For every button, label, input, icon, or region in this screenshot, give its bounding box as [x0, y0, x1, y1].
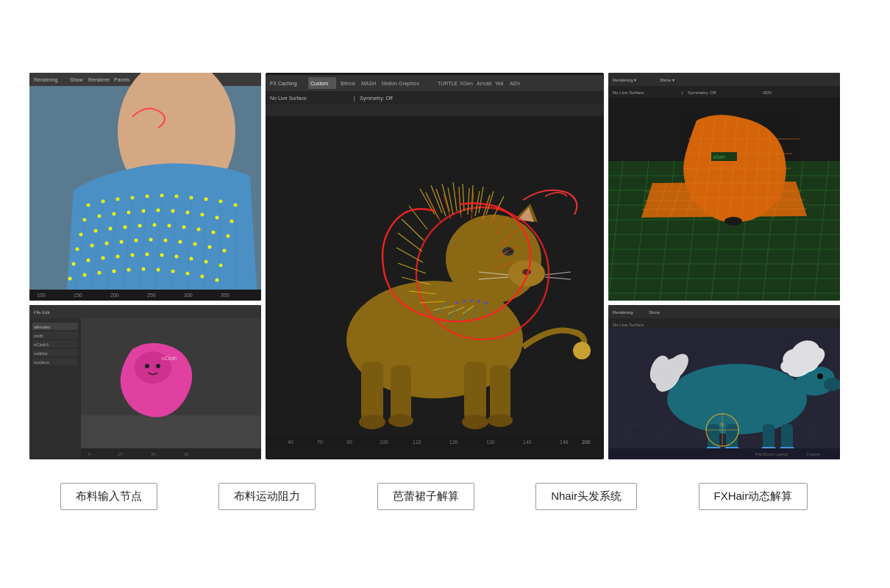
- svg-text:40: 40: [288, 440, 293, 445]
- svg-point-50: [193, 242, 197, 245]
- svg-point-66: [98, 270, 102, 274]
- svg-point-67: [113, 269, 116, 273]
- svg-text:File Edit: File Edit: [34, 310, 50, 315]
- svg-point-181: [463, 300, 466, 303]
- svg-point-51: [208, 245, 212, 248]
- svg-text:Show ▾: Show ▾: [660, 78, 674, 82]
- svg-point-124: [462, 415, 488, 429]
- label-cloth-resistance: 布料运动阻力: [218, 483, 316, 510]
- svg-point-42: [76, 247, 79, 251]
- svg-point-46: [135, 238, 138, 242]
- svg-point-37: [168, 223, 171, 227]
- svg-text:Bifrost: Bifrost: [341, 81, 355, 86]
- svg-text:TURTLE: TURTLE: [438, 81, 458, 86]
- svg-point-54: [87, 258, 90, 262]
- svg-text:Rendering: Rendering: [613, 310, 633, 315]
- svg-text:No Live Surface: No Live Surface: [613, 90, 644, 95]
- svg-text:150: 150: [74, 293, 82, 298]
- svg-point-33: [109, 226, 113, 230]
- svg-text:20: 20: [151, 452, 156, 456]
- svg-text:90: 90: [346, 440, 352, 445]
- svg-text:140: 140: [523, 440, 532, 445]
- svg-point-39: [197, 227, 201, 231]
- svg-point-30: [230, 219, 234, 223]
- svg-point-63: [219, 263, 223, 267]
- svg-point-47: [149, 237, 153, 241]
- svg-rect-320: [608, 448, 840, 459]
- svg-rect-118: [361, 362, 383, 420]
- svg-point-60: [175, 254, 179, 258]
- svg-point-68: [127, 268, 131, 271]
- svg-text:collider: collider: [34, 351, 48, 356]
- svg-point-271: [145, 364, 149, 368]
- svg-point-45: [120, 240, 124, 243]
- svg-point-57: [131, 253, 135, 257]
- panel-cloth-simulation: Rendering Show Renderer Panels: [29, 73, 261, 301]
- svg-text:nCloth1: nCloth1: [34, 343, 49, 347]
- svg-text:300: 300: [184, 293, 193, 298]
- svg-text:MASH: MASH: [361, 81, 376, 86]
- svg-point-35: [138, 223, 142, 227]
- svg-point-34: [124, 225, 127, 229]
- svg-text:Arnold: Arnold: [477, 81, 491, 86]
- svg-point-72: [186, 271, 190, 275]
- svg-rect-111: [266, 91, 604, 104]
- svg-text:110: 110: [413, 440, 421, 445]
- svg-text:250: 250: [147, 293, 156, 298]
- svg-text:No Live Surface: No Live Surface: [270, 96, 307, 101]
- panel-lion-xgen: FX Caching Custom Bifrost MASH Motion Gr…: [266, 73, 604, 459]
- svg-text:Rendering ▾: Rendering ▾: [613, 78, 636, 82]
- svg-point-55: [102, 256, 105, 259]
- svg-point-26: [171, 209, 175, 212]
- svg-point-246: [725, 217, 742, 226]
- svg-point-53: [72, 262, 76, 265]
- svg-text:Renderer: Renderer: [88, 77, 110, 82]
- svg-text:Rendering: Rendering: [34, 77, 57, 83]
- label-fxhair: FXHair动态解算: [699, 483, 808, 510]
- svg-rect-115: [266, 104, 604, 116]
- svg-point-180: [455, 301, 458, 304]
- svg-text:ADV: ADV: [763, 90, 772, 95]
- svg-point-125: [488, 414, 513, 427]
- svg-point-184: [485, 301, 488, 304]
- svg-text:130: 130: [486, 440, 495, 445]
- svg-text:No Live Surface: No Live Surface: [613, 323, 644, 327]
- svg-point-22: [113, 212, 116, 215]
- svg-point-41: [227, 234, 230, 237]
- svg-text:Symmetry: Off: Symmetry: Off: [688, 90, 716, 95]
- svg-point-43: [90, 243, 94, 247]
- label-cloth-input: 布料输入节点: [60, 483, 157, 510]
- svg-text:xGen: xGen: [713, 154, 725, 159]
- svg-text:70: 70: [317, 440, 323, 445]
- svg-rect-255: [29, 305, 261, 318]
- svg-rect-121: [490, 365, 510, 420]
- svg-point-48: [164, 238, 168, 242]
- svg-point-49: [179, 240, 182, 243]
- svg-point-38: [182, 225, 186, 229]
- svg-rect-198: [608, 73, 840, 86]
- svg-point-185: [573, 342, 591, 359]
- svg-rect-274: [81, 448, 261, 459]
- svg-point-25: [157, 208, 160, 212]
- svg-text:N: N: [720, 422, 724, 427]
- svg-point-56: [116, 254, 120, 258]
- svg-rect-257: [29, 318, 81, 459]
- svg-text:Yeti: Yeti: [495, 81, 504, 86]
- svg-text:200: 200: [110, 293, 119, 298]
- svg-text:Show: Show: [70, 77, 83, 82]
- images-grid: Rendering Show Renderer Panels: [29, 73, 839, 459]
- svg-point-123: [388, 414, 413, 427]
- svg-point-183: [477, 300, 480, 303]
- svg-text:120: 120: [449, 440, 458, 445]
- svg-point-27: [186, 210, 190, 214]
- svg-point-272: [156, 364, 160, 368]
- panel-pink-cloth: File Edit allnodes cloth nCloth1 collide…: [29, 305, 261, 459]
- main-container: Rendering Show Renderer Panels: [29, 73, 861, 516]
- svg-point-31: [79, 232, 83, 236]
- svg-text:allnodes: allnodes: [34, 325, 50, 329]
- svg-text:100: 100: [380, 440, 388, 445]
- svg-rect-120: [464, 362, 486, 420]
- svg-point-297: [818, 374, 821, 377]
- svg-point-122: [359, 415, 385, 429]
- svg-text:|: |: [354, 96, 355, 101]
